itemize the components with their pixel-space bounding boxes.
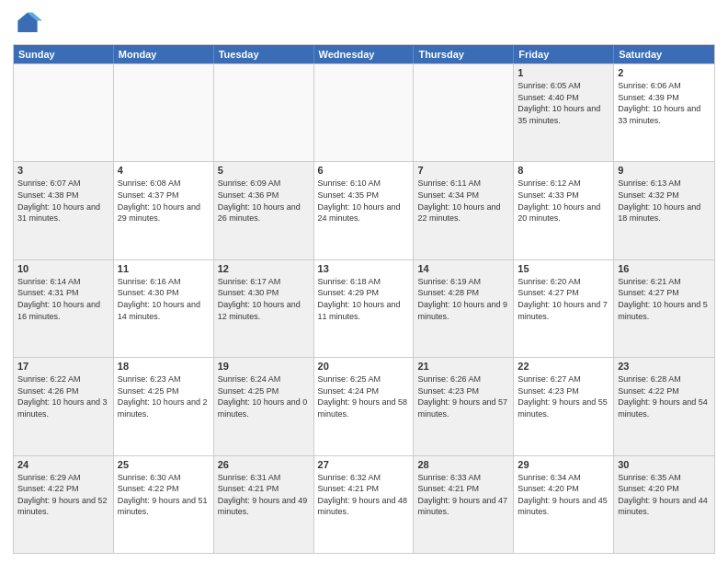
day-number: 23 [618,361,711,372]
day-number: 2 [618,67,711,78]
day-number: 11 [118,263,210,274]
cell-info: Sunrise: 6:08 AM Sunset: 4:37 PM Dayligh… [118,178,210,224]
day-number: 17 [17,361,109,372]
calendar-cell: 3Sunrise: 6:07 AM Sunset: 4:38 PM Daylig… [14,162,114,259]
calendar-cell: 19Sunrise: 6:24 AM Sunset: 4:25 PM Dayli… [214,358,314,454]
calendar-cell: 24Sunrise: 6:29 AM Sunset: 4:22 PM Dayli… [14,456,114,553]
calendar-cell: 12Sunrise: 6:17 AM Sunset: 4:30 PM Dayli… [214,260,314,357]
calendar-cell: 27Sunrise: 6:32 AM Sunset: 4:21 PM Dayli… [314,456,415,553]
cell-info: Sunrise: 6:34 AM Sunset: 4:20 PM Dayligh… [518,472,609,518]
day-number: 26 [218,459,310,470]
day-number: 27 [318,459,410,470]
calendar-row: 3Sunrise: 6:07 AM Sunset: 4:38 PM Daylig… [14,161,714,259]
calendar-cell: 10Sunrise: 6:14 AM Sunset: 4:31 PM Dayli… [14,260,114,357]
day-number: 3 [17,165,109,176]
calendar-cell: 20Sunrise: 6:25 AM Sunset: 4:24 PM Dayli… [314,358,415,454]
calendar-cell: 11Sunrise: 6:16 AM Sunset: 4:30 PM Dayli… [114,260,214,357]
cell-info: Sunrise: 6:09 AM Sunset: 4:36 PM Dayligh… [218,178,310,224]
day-number: 16 [618,263,711,274]
calendar-row: 17Sunrise: 6:22 AM Sunset: 4:26 PM Dayli… [14,357,714,454]
day-number: 15 [518,263,609,274]
header [13,9,715,39]
cell-info: Sunrise: 6:28 AM Sunset: 4:22 PM Dayligh… [618,373,711,419]
cell-info: Sunrise: 6:11 AM Sunset: 4:34 PM Dayligh… [417,178,509,224]
cell-info: Sunrise: 6:12 AM Sunset: 4:33 PM Dayligh… [518,178,609,224]
cell-info: Sunrise: 6:32 AM Sunset: 4:21 PM Dayligh… [318,472,410,518]
calendar-row: 10Sunrise: 6:14 AM Sunset: 4:31 PM Dayli… [14,259,714,357]
calendar-cell: 21Sunrise: 6:26 AM Sunset: 4:23 PM Dayli… [414,358,514,454]
weekday-header: Tuesday [214,45,314,63]
day-number: 30 [618,459,711,470]
day-number: 25 [118,459,210,470]
cell-info: Sunrise: 6:19 AM Sunset: 4:28 PM Dayligh… [417,276,509,322]
calendar-cell: 2Sunrise: 6:06 AM Sunset: 4:39 PM Daylig… [614,64,714,161]
logo [13,9,46,39]
calendar-cell [214,64,314,161]
cell-info: Sunrise: 6:33 AM Sunset: 4:21 PM Dayligh… [417,472,509,518]
calendar-cell [114,64,214,161]
weekday-header: Thursday [414,45,514,63]
calendar-row: 1Sunrise: 6:05 AM Sunset: 4:40 PM Daylig… [14,63,714,161]
cell-info: Sunrise: 6:31 AM Sunset: 4:21 PM Dayligh… [218,472,310,518]
cell-info: Sunrise: 6:26 AM Sunset: 4:23 PM Dayligh… [417,373,509,419]
cell-info: Sunrise: 6:16 AM Sunset: 4:30 PM Dayligh… [118,276,210,322]
day-number: 4 [118,165,210,176]
calendar-cell: 5Sunrise: 6:09 AM Sunset: 4:36 PM Daylig… [214,162,314,259]
calendar-cell: 16Sunrise: 6:21 AM Sunset: 4:27 PM Dayli… [614,260,714,357]
day-number: 24 [17,459,109,470]
cell-info: Sunrise: 6:25 AM Sunset: 4:24 PM Dayligh… [318,373,410,419]
cell-info: Sunrise: 6:23 AM Sunset: 4:25 PM Dayligh… [118,373,210,419]
cell-info: Sunrise: 6:29 AM Sunset: 4:22 PM Dayligh… [17,472,109,518]
day-number: 14 [417,263,509,274]
day-number: 28 [417,459,509,470]
weekday-header: Friday [514,45,614,63]
cell-info: Sunrise: 6:13 AM Sunset: 4:32 PM Dayligh… [618,178,711,224]
calendar-cell: 25Sunrise: 6:30 AM Sunset: 4:22 PM Dayli… [114,456,214,553]
cell-info: Sunrise: 6:24 AM Sunset: 4:25 PM Dayligh… [218,373,310,419]
cell-info: Sunrise: 6:22 AM Sunset: 4:26 PM Dayligh… [17,373,109,419]
calendar-cell: 18Sunrise: 6:23 AM Sunset: 4:25 PM Dayli… [114,358,214,454]
cell-info: Sunrise: 6:21 AM Sunset: 4:27 PM Dayligh… [618,276,711,322]
calendar-cell: 28Sunrise: 6:33 AM Sunset: 4:21 PM Dayli… [414,456,514,553]
cell-info: Sunrise: 6:35 AM Sunset: 4:20 PM Dayligh… [618,472,711,518]
calendar-cell: 26Sunrise: 6:31 AM Sunset: 4:21 PM Dayli… [214,456,314,553]
cell-info: Sunrise: 6:17 AM Sunset: 4:30 PM Dayligh… [218,276,310,322]
cell-info: Sunrise: 6:27 AM Sunset: 4:23 PM Dayligh… [518,373,609,419]
weekday-header: Sunday [14,45,114,63]
weekday-header: Wednesday [314,45,415,63]
weekday-header: Saturday [614,45,714,63]
calendar-cell: 29Sunrise: 6:34 AM Sunset: 4:20 PM Dayli… [514,456,614,553]
calendar-header: SundayMondayTuesdayWednesdayThursdayFrid… [14,45,714,63]
cell-info: Sunrise: 6:18 AM Sunset: 4:29 PM Dayligh… [318,276,410,322]
calendar-cell: 4Sunrise: 6:08 AM Sunset: 4:37 PM Daylig… [114,162,214,259]
cell-info: Sunrise: 6:30 AM Sunset: 4:22 PM Dayligh… [118,472,210,518]
cell-info: Sunrise: 6:20 AM Sunset: 4:27 PM Dayligh… [518,276,609,322]
calendar-body: 1Sunrise: 6:05 AM Sunset: 4:40 PM Daylig… [14,63,714,553]
calendar-cell: 8Sunrise: 6:12 AM Sunset: 4:33 PM Daylig… [514,162,614,259]
cell-info: Sunrise: 6:10 AM Sunset: 4:35 PM Dayligh… [318,178,410,224]
calendar-cell: 23Sunrise: 6:28 AM Sunset: 4:22 PM Dayli… [614,358,714,454]
cell-info: Sunrise: 6:05 AM Sunset: 4:40 PM Dayligh… [518,80,609,126]
day-number: 13 [318,263,410,274]
cell-info: Sunrise: 6:14 AM Sunset: 4:31 PM Dayligh… [17,276,109,322]
cell-info: Sunrise: 6:06 AM Sunset: 4:39 PM Dayligh… [618,80,711,126]
calendar-cell: 7Sunrise: 6:11 AM Sunset: 4:34 PM Daylig… [414,162,514,259]
cell-info: Sunrise: 6:07 AM Sunset: 4:38 PM Dayligh… [17,178,109,224]
logo-icon [13,9,42,39]
day-number: 22 [518,361,609,372]
day-number: 10 [17,263,109,274]
day-number: 5 [218,165,310,176]
calendar-cell [314,64,415,161]
day-number: 18 [118,361,210,372]
calendar-cell: 6Sunrise: 6:10 AM Sunset: 4:35 PM Daylig… [314,162,415,259]
day-number: 19 [218,361,310,372]
calendar-cell: 17Sunrise: 6:22 AM Sunset: 4:26 PM Dayli… [14,358,114,454]
weekday-header: Monday [114,45,214,63]
calendar-cell: 9Sunrise: 6:13 AM Sunset: 4:32 PM Daylig… [614,162,714,259]
calendar-cell: 22Sunrise: 6:27 AM Sunset: 4:23 PM Dayli… [514,358,614,454]
day-number: 6 [318,165,410,176]
day-number: 7 [417,165,509,176]
calendar-cell: 13Sunrise: 6:18 AM Sunset: 4:29 PM Dayli… [314,260,415,357]
calendar-cell: 1Sunrise: 6:05 AM Sunset: 4:40 PM Daylig… [514,64,614,161]
day-number: 8 [518,165,609,176]
